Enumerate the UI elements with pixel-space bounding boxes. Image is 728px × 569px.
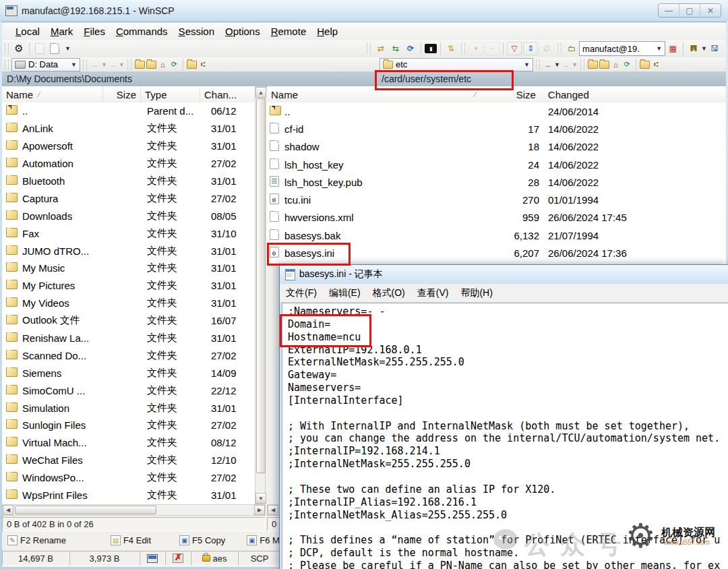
f4-edit-button[interactable]: ▤ F4 Edit [111,535,151,545]
menu-session[interactable]: Session [173,26,220,37]
preferences-gear-icon[interactable]: ⚙ [12,42,26,55]
remote-col-name[interactable]: Name [267,86,469,102]
close-button[interactable]: ✕ [700,4,721,17]
notepad-menu-edit[interactable]: 编辑(E) [323,287,367,299]
table-row[interactable]: Virtual Mach... 文件夹 08/12 [2,434,255,452]
menu-options[interactable]: Options [220,26,266,37]
local-parent-dir-icon[interactable] [134,59,146,70]
local-back-icon[interactable]: ← [90,59,101,70]
table-row[interactable]: Siemens 文件夹 14/09 [2,364,255,382]
table-row[interactable]: lsh_host_key 24 14/06/2022 [267,156,726,173]
copy-session-caret-icon[interactable]: ▼ [65,45,71,52]
minimize-button[interactable]: — [659,4,679,17]
table-row[interactable]: WindowsPo... 文件夹 27/02 [2,469,255,487]
table-row[interactable]: Fax 文件夹 31/10 [2,224,255,242]
f5-copy-button[interactable]: ▣ F5 Copy [179,535,225,545]
local-back-caret-icon[interactable]: ▼ [101,61,107,68]
table-row[interactable]: Scanned Do... 文件夹 27/02 [2,347,255,364]
remote-root-dir-icon[interactable] [599,59,610,70]
remote-refresh-icon[interactable]: ⟳ [621,59,633,70]
local-col-changed[interactable]: Chan... [200,86,255,102]
clear-selection-icon[interactable]: ∅ [539,42,554,55]
title-bar[interactable]: manufact@192.168.215.1 - WinSCP — ▢ ✕ [0,0,728,22]
console-icon[interactable]: ▮ [425,44,437,53]
notepad-menu-help[interactable]: 帮助(H) [454,287,498,299]
menu-help[interactable]: Help [311,26,343,37]
remote-back-caret-icon[interactable]: ▼ [554,61,560,68]
table-row[interactable]: Captura 文件夹 27/02 [2,189,255,207]
table-row[interactable]: Renishaw La... 文件夹 31/01 [2,330,255,347]
remote-tree-icon[interactable]: ⑆ [650,59,662,70]
save-workspace-icon[interactable]: 🖫 [708,42,721,55]
table-row[interactable]: basesys.bak 6,132 21/07/1994 [267,227,726,244]
remote-home-dir-icon[interactable]: ⌂ [610,59,621,70]
remote-dir-select[interactable]: etc ▼ [380,58,533,71]
select-remove-icon[interactable]: − [485,42,499,55]
table-row[interactable]: JUMO dTRO... 文件夹 31/01 [2,242,255,260]
synchronize-browsing-icon[interactable]: ⇅ [444,42,458,55]
menu-mark[interactable]: Mark [45,26,78,37]
notepad-menu-file[interactable]: 文件(F) [280,287,323,299]
local-refresh-icon[interactable]: ⟳ [169,59,180,70]
table-row[interactable]: basesys.ini 6,207 26/06/2024 17:36 [267,244,726,262]
notepad-menu-format[interactable]: 格式(O) [367,287,411,299]
table-row[interactable]: Outlook 文件 文件夹 16/07 [2,312,255,330]
local-vertical-scrollbar[interactable]: ▲ ▼ [255,86,266,504]
menu-local[interactable]: Local [10,26,45,37]
table-row[interactable]: tcu.ini 270 01/01/1994 [267,191,726,208]
table-row[interactable]: Simulation 文件夹 31/01 [2,399,255,417]
table-row[interactable]: Apowersoft 文件夹 31/01 [2,138,255,155]
copy-session-icon[interactable] [48,42,61,55]
menu-files[interactable]: Files [78,26,111,37]
remote-open-dir-icon[interactable] [639,59,650,70]
table-row[interactable]: WeChat Files 文件夹 12/10 [2,452,255,469]
table-row[interactable]: My Music 文件夹 31/01 [2,260,255,277]
remote-forward-caret-icon[interactable]: ▼ [572,61,578,68]
refresh-icon[interactable]: ⟳ [404,42,417,55]
local-tree-icon[interactable]: ⑆ [198,59,209,70]
local-forward-icon[interactable]: → [107,59,119,70]
local-col-name[interactable]: Name ∕ [2,86,103,102]
table-row[interactable]: AnLink 文件夹 31/01 [2,120,255,138]
remote-col-changed[interactable]: Changed [540,86,726,102]
local-col-type[interactable]: Type [141,86,200,102]
notepad-menu-view[interactable]: 查看(V) [411,287,455,299]
restore-button[interactable]: ▢ [679,4,700,17]
local-root-dir-icon[interactable] [146,59,157,70]
sort-icon[interactable]: ⇕ [523,42,538,55]
new-session-icon[interactable]: 🗀 [565,42,578,55]
console-status-cell[interactable] [140,551,165,566]
table-row[interactable]: WpsPrint Files 文件夹 31/01 [2,487,255,504]
table-row[interactable]: lsh_host_key.pub 28 14/06/2022 [267,173,726,191]
remote-back-icon[interactable]: ← [543,59,554,70]
table-row[interactable]: Automation 文件夹 27/02 [2,155,255,173]
menu-remote[interactable]: Remote [266,26,312,37]
local-horizontal-scrollbar[interactable]: ◀ ▶ [2,504,266,516]
table-row[interactable]: .. 24/06/2014 [267,102,726,120]
table-row[interactable]: My Videos 文件夹 31/01 [2,295,255,312]
save-session-icon[interactable]: 🖪 [687,42,700,55]
f6-move-button[interactable]: ▣ F6 M [247,535,280,545]
queue-icon[interactable] [33,42,47,55]
local-forward-caret-icon[interactable]: ▼ [119,61,125,68]
table-row[interactable]: .. Parent d... 06/12 [2,102,255,120]
remote-col-size[interactable]: Size [476,86,540,102]
table-row[interactable]: hwversions.xml 959 26/06/2024 17:45 [267,209,726,227]
table-row[interactable]: Bluetooth 文件夹 31/01 [2,173,255,190]
table-row[interactable]: Sunlogin Files 文件夹 27/02 [2,417,255,434]
local-home-dir-icon[interactable]: ⌂ [157,59,169,70]
synchronize-icon[interactable]: ⇄ [374,42,388,55]
select-add-icon[interactable]: + [468,42,483,55]
table-row[interactable]: Downloads 文件夹 08/05 [2,207,255,224]
local-col-size[interactable]: Size [103,86,141,102]
notepad-title-bar[interactable]: basesys.ini - 记事本 [280,265,728,284]
table-row[interactable]: cf-id 17 14/06/2022 [267,120,726,138]
filter-icon[interactable]: ▽ [507,42,522,55]
transfer-settings-icon[interactable]: ⇆ [389,42,402,55]
session-colors-icon[interactable]: ▦ [666,42,679,55]
remote-parent-dir-icon[interactable] [587,59,599,70]
notepad-window[interactable]: basesys.ini - 记事本 文件(F) 编辑(E) 格式(O) 查看(V… [279,264,728,569]
remote-forward-icon[interactable]: → [560,59,572,70]
table-row[interactable]: SimoComU ... 文件夹 22/12 [2,382,255,399]
local-open-dir-icon[interactable] [186,59,198,70]
